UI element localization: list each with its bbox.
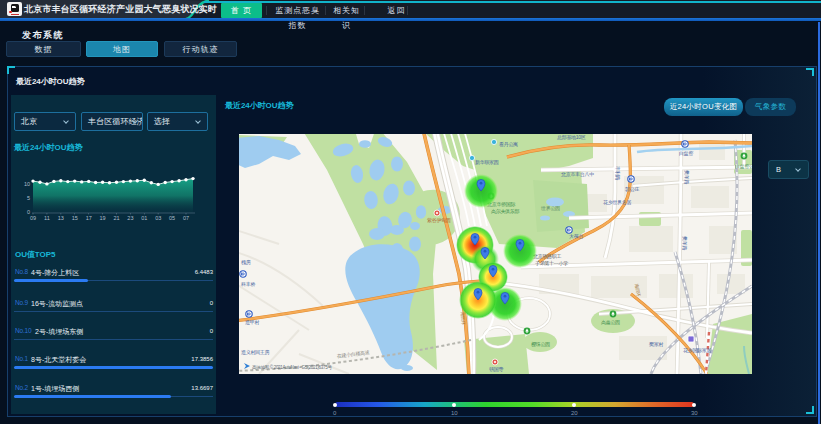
svg-text:樊家村: 樊家村 [649, 341, 663, 348]
svg-text:0: 0 [27, 209, 30, 215]
svg-text:09: 09 [30, 215, 36, 221]
svg-text:镇国寺: 镇国寺 [489, 366, 503, 373]
svg-text:白盆窑公园: 白盆窑公园 [735, 163, 752, 170]
svg-text:北京市丰台八中: 北京市丰台八中 [561, 171, 594, 178]
svg-text:17: 17 [86, 215, 92, 221]
svg-text:05: 05 [169, 215, 175, 221]
svg-text:槐房: 槐房 [241, 259, 251, 266]
svg-text:高尔夫俱乐部: 高尔夫俱乐部 [491, 208, 520, 215]
svg-text:子弟第十一小学: 子弟第十一小学 [535, 260, 568, 267]
svg-text:07: 07 [183, 215, 189, 221]
svg-text:花乡世界名居: 花乡世界名居 [603, 199, 632, 206]
svg-text:丰利路: 丰利路 [614, 166, 621, 180]
svg-text:21: 21 [113, 215, 119, 221]
svg-text:大葆台: 大葆台 [569, 233, 583, 239]
svg-text:北京铁路职工: 北京铁路职工 [533, 253, 562, 260]
svg-text:造义村回王房: 造义村回王房 [241, 349, 270, 356]
svg-text:10: 10 [24, 181, 30, 187]
svg-text:13: 13 [58, 215, 64, 221]
svg-text:看丹公寓: 看丹公寓 [499, 141, 518, 147]
svg-text:樱珠公园: 樱珠公园 [531, 341, 550, 348]
svg-text:紫谷伊甸园: 紫谷伊甸园 [427, 217, 451, 224]
svg-text:白盆窑: 白盆窑 [679, 150, 693, 157]
svg-text:总部基地10区: 总部基地10区 [557, 134, 586, 141]
svg-text:郭公庄: 郭公庄 [625, 186, 639, 193]
svg-text:樊羊路: 樊羊路 [684, 170, 690, 184]
svg-text:科丰桥: 科丰桥 [241, 281, 255, 287]
svg-text:11: 11 [44, 215, 50, 221]
svg-text:01: 01 [141, 215, 147, 221]
svg-text:造甲村: 造甲村 [245, 319, 259, 326]
svg-text:樊羊路: 樊羊路 [682, 236, 688, 250]
svg-text:新华联家园: 新华联家园 [475, 159, 499, 166]
svg-text:5: 5 [27, 195, 30, 201]
svg-text:03: 03 [155, 215, 161, 221]
svg-text:高德地图 © 2021AutoNavi - GS(2021): 高德地图 © 2021AutoNavi - GS(2021)6375号 [252, 364, 332, 370]
svg-text:花乡国际家居: 花乡国际家居 [683, 347, 712, 354]
svg-text:高鑫公园: 高鑫公园 [601, 319, 620, 326]
svg-text:15: 15 [72, 215, 78, 221]
svg-text:23: 23 [127, 215, 133, 221]
svg-text:19: 19 [100, 215, 106, 221]
svg-text:世界公园: 世界公园 [540, 205, 560, 212]
